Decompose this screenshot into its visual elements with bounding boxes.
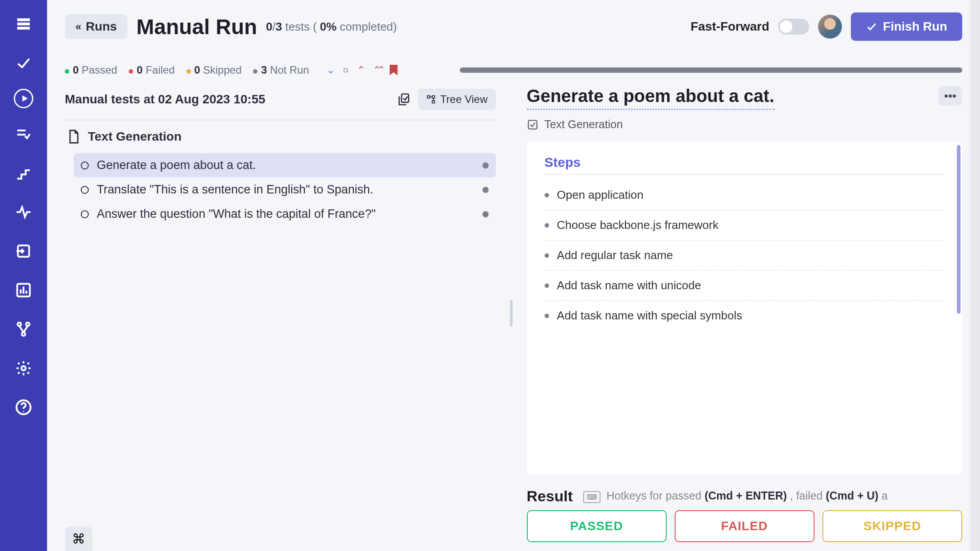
fast-forward-toggle[interactable]: [778, 19, 809, 35]
chart-icon[interactable]: [10, 277, 37, 303]
back-label: Runs: [86, 20, 117, 34]
content: Manual tests at 02 Aug 2023 10:55 Tree V…: [47, 84, 980, 551]
double-chevron-up-icon[interactable]: ⌃⌃: [373, 64, 382, 76]
passed-button[interactable]: PASSED: [527, 510, 667, 542]
page-title: Manual Run: [136, 15, 257, 39]
status-circle-icon: [81, 161, 89, 169]
avatar[interactable]: [818, 15, 842, 39]
card-scrollbar[interactable]: [957, 145, 960, 314]
branch-icon[interactable]: [10, 316, 37, 342]
status-dot-icon: [482, 211, 489, 217]
failed-button[interactable]: FAILED: [675, 510, 814, 542]
fast-forward-label: Fast-Forward: [691, 20, 769, 34]
help-icon[interactable]: [10, 394, 37, 421]
svg-rect-17: [401, 94, 408, 102]
result-title: Result: [527, 488, 573, 505]
circle-icon[interactable]: ○: [343, 64, 348, 76]
step-item[interactable]: Add task name with special symbols: [545, 301, 944, 331]
status-dot-icon: [482, 162, 489, 169]
progress-bar: [460, 67, 962, 73]
right-pane: Generate a poem about a cat. ••• Text Ge…: [527, 84, 962, 542]
chevron-up-icon[interactable]: ⌃: [357, 64, 365, 76]
nav-icons: ⌄ ○ ⌃ ⌃⌃: [327, 64, 397, 76]
stats-bar: 0 Passed 0 Failed 0 Skipped 3 Not Run ⌄ …: [47, 49, 980, 84]
svg-rect-20: [432, 101, 435, 103]
test-item[interactable]: Answer the question "What is the capital…: [74, 202, 496, 226]
result-row: Result ⌨ Hotkeys for passed (Cmd + ENTER…: [527, 475, 962, 510]
test-label: Generate a poem about a cat.: [97, 158, 256, 172]
step-item[interactable]: Add regular task name: [545, 240, 944, 271]
step-item[interactable]: Open application: [545, 180, 944, 210]
steps-title: Steps: [545, 155, 944, 175]
finish-run-button[interactable]: Finish Run: [851, 12, 962, 41]
status-circle-icon: [81, 210, 89, 218]
tree-view-button[interactable]: Tree View: [418, 89, 496, 110]
keyboard-icon: ⌨: [583, 491, 601, 503]
pane-resize-handle[interactable]: [509, 84, 514, 542]
svg-point-14: [21, 366, 26, 370]
svg-rect-18: [427, 96, 430, 98]
test-count: 0/3 tests ( 0% completed): [266, 20, 397, 34]
category-row[interactable]: Text Generation: [65, 120, 496, 153]
steps-card: Steps Open application Choose backbone.j…: [527, 142, 962, 475]
file-icon: [67, 129, 80, 144]
svg-point-12: [26, 323, 30, 326]
test-list: Generate a poem about a cat. Translate "…: [65, 153, 496, 226]
gear-icon[interactable]: [10, 355, 37, 382]
import-icon[interactable]: [10, 238, 37, 264]
play-icon[interactable]: [14, 89, 33, 108]
left-pane: Manual tests at 02 Aug 2023 10:55 Tree V…: [65, 84, 496, 542]
check-icon[interactable]: [10, 50, 37, 76]
test-item[interactable]: Generate a poem about a cat.: [74, 153, 496, 177]
finish-label: Finish Run: [883, 20, 947, 34]
menu-icon[interactable]: [10, 11, 37, 37]
test-label: Translate "This is a sentence in English…: [97, 183, 373, 197]
result-buttons: PASSED FAILED SKIPPED: [527, 510, 962, 542]
svg-marker-3: [22, 95, 28, 102]
hotkey-text: ⌨ Hotkeys for passed (Cmd + ENTER) , fai…: [583, 489, 888, 503]
main: « Runs Manual Run 0/3 tests ( 0% complet…: [47, 0, 980, 551]
step-item[interactable]: Choose backbone.js framework: [545, 210, 944, 240]
svg-point-16: [23, 411, 24, 412]
activity-icon[interactable]: [10, 199, 37, 225]
status-dot-icon: [482, 187, 489, 193]
back-button[interactable]: « Runs: [65, 14, 127, 39]
checkbox-icon: [527, 119, 538, 130]
skipped-button[interactable]: SKIPPED: [822, 510, 962, 542]
svg-rect-19: [432, 96, 435, 98]
test-label: Answer the question "What is the capital…: [97, 207, 376, 221]
bookmark-icon[interactable]: [390, 65, 398, 75]
svg-point-11: [18, 323, 21, 326]
check-icon: [866, 21, 877, 32]
svg-point-13: [22, 332, 25, 336]
run-title: Manual tests at 02 Aug 2023 10:55: [65, 92, 265, 106]
more-button[interactable]: •••: [938, 86, 962, 106]
chevron-left-double-icon: «: [75, 20, 81, 33]
step-item[interactable]: Add task name with unicode: [545, 271, 944, 301]
test-item[interactable]: Translate "This is a sentence in English…: [74, 177, 496, 202]
detail-title[interactable]: Generate a poem about a cat.: [527, 86, 775, 110]
tree-icon: [426, 94, 436, 104]
sidebar: [0, 0, 47, 551]
topbar: « Runs Manual Run 0/3 tests ( 0% complet…: [47, 0, 980, 49]
svg-rect-21: [528, 120, 537, 129]
copy-icon[interactable]: [397, 92, 411, 106]
command-button[interactable]: ⌘: [65, 527, 92, 551]
checklist-icon[interactable]: [10, 121, 37, 147]
chevron-down-icon[interactable]: ⌄: [327, 64, 335, 76]
detail-category: Text Generation: [527, 110, 962, 142]
stairs-icon[interactable]: [10, 160, 37, 186]
category-label: Text Generation: [88, 130, 182, 144]
status-circle-icon: [81, 186, 89, 194]
